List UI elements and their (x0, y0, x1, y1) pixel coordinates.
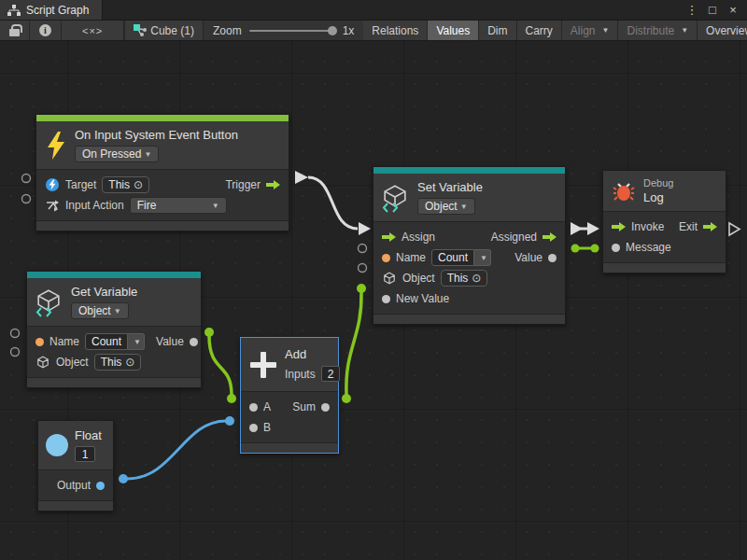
tab-script-graph[interactable]: Script Graph (0, 0, 103, 20)
variable-icon (36, 289, 63, 315)
assign-label: Assign (402, 231, 435, 244)
exit-output-port[interactable] (703, 221, 717, 232)
variable-node-strip (27, 272, 201, 278)
zoom-slider-knob[interactable] (328, 26, 337, 35)
object-label: Object (56, 356, 89, 369)
toolbar-button-overview[interactable]: Overview (698, 21, 747, 40)
node-title: Log (643, 190, 673, 204)
target-icon (45, 178, 60, 191)
window-menu-icon[interactable]: ⋮ (684, 3, 700, 17)
zoom-slider[interactable] (249, 30, 335, 32)
toolbar-button-distribute[interactable]: Distribute ▼ (618, 21, 698, 40)
toolbar-button-values[interactable]: Values (428, 21, 479, 40)
message-label: Message (626, 241, 671, 254)
name-label: Name (49, 335, 79, 348)
lock-icon (9, 29, 20, 36)
info-button[interactable]: i (30, 21, 62, 40)
node-debug-log[interactable]: Debug Log Invoke Exit Message (602, 170, 726, 273)
close-icon[interactable]: × (725, 3, 741, 17)
inputs-count-field[interactable]: 2 (321, 366, 341, 382)
node-float[interactable]: Float 1 Output (37, 420, 114, 511)
assign-input-port[interactable] (382, 231, 396, 243)
get-variable-kind-dropdown[interactable]: Object ▼ (71, 302, 129, 319)
chevron-down-icon: ▼ (114, 307, 121, 315)
chevron-down-icon: ▼ (480, 254, 487, 262)
input-b-port[interactable] (249, 424, 258, 432)
name-input-port[interactable] (35, 338, 44, 346)
name-input-port[interactable] (382, 254, 390, 262)
node-category: Debug (643, 177, 673, 189)
graph-toolbar: i <×> Cube (1) Zoom 1x Relations Values … (0, 21, 747, 41)
value-output-port[interactable] (548, 254, 557, 262)
new-value-label: New Value (396, 292, 449, 305)
input-action-icon (45, 200, 60, 212)
value-label: Value (156, 335, 184, 348)
exit-label: Exit (679, 220, 698, 233)
name-label: Name (396, 251, 426, 264)
graph-icon (7, 5, 21, 16)
variable-name-dropdown[interactable]: Count ▼ (85, 333, 145, 350)
zoom-control: Zoom 1x (204, 21, 363, 40)
set-variable-kind-dropdown[interactable]: Object ▼ (417, 198, 475, 215)
node-set-variable[interactable]: Set Variable Object ▼ Assign Assigned (373, 166, 566, 325)
message-input-port[interactable] (612, 244, 620, 252)
object-picker-icon: ⊙ (125, 356, 134, 369)
inputs-label: Inputs (285, 368, 316, 381)
tab-title: Script Graph (26, 4, 89, 17)
toolbar-button-align[interactable]: Align ▼ (562, 21, 619, 40)
input-a-port[interactable] (249, 403, 258, 412)
invoke-input-port[interactable] (612, 221, 626, 232)
graph-canvas[interactable]: On Input System Event Button On Pressed … (0, 41, 747, 560)
input-action-dropdown[interactable]: Fire ▼ (130, 197, 227, 214)
window-tab-bar: Script Graph ⋮ □ × (0, 0, 747, 21)
variable-icon (383, 185, 409, 211)
assigned-output-port[interactable] (543, 231, 557, 243)
lock-button[interactable] (0, 21, 30, 40)
target-object-field[interactable]: This ⊙ (102, 176, 149, 193)
new-value-input-port[interactable] (382, 295, 390, 303)
trigger-label: Trigger (225, 178, 261, 191)
chevron-down-icon: ▼ (144, 150, 151, 159)
node-title: On Input System Event Button (75, 128, 238, 142)
cube-icon (382, 272, 397, 285)
object-field[interactable]: This ⊙ (94, 354, 142, 371)
toolbar-button-carry[interactable]: Carry (517, 21, 562, 40)
node-on-input-system-event-button[interactable]: On Input System Event Button On Pressed … (35, 114, 289, 231)
code-preview-button[interactable]: <×> (62, 21, 124, 40)
chevron-down-icon: ▼ (134, 338, 141, 346)
object-field[interactable]: This ⊙ (441, 270, 488, 287)
value-output-port[interactable] (190, 338, 198, 346)
zoom-label: Zoom (213, 24, 242, 37)
zoom-level: 1x (343, 24, 355, 37)
node-add[interactable]: Add Inputs 2 A Sum B (240, 337, 339, 454)
maximize-icon[interactable]: □ (704, 3, 721, 17)
node-footer (36, 220, 289, 231)
node-title: Add (285, 347, 340, 361)
float-value-field[interactable]: 1 (75, 446, 95, 462)
chevron-down-icon: ▼ (681, 26, 688, 35)
node-footer (374, 314, 565, 324)
input-a-label: A (263, 400, 271, 413)
output-label: Output (57, 479, 91, 492)
graph-target-label: Cube (1) (150, 24, 194, 37)
float-output-port[interactable] (96, 482, 105, 490)
info-icon: i (39, 24, 51, 36)
trigger-output-port[interactable] (266, 179, 280, 190)
graph-target-button[interactable]: Cube (1) (125, 21, 204, 40)
cube-icon (35, 356, 50, 369)
lightning-bolt-icon (46, 132, 66, 160)
node-get-variable[interactable]: Get Variable Object ▼ Name Count ▼ Value (26, 271, 202, 388)
input-action-label: Input Action (65, 199, 124, 212)
toolbar-button-dim[interactable]: Dim (479, 21, 516, 40)
assigned-label: Assigned (491, 231, 537, 244)
code-icon: <×> (82, 25, 103, 36)
node-footer (38, 500, 113, 511)
node-footer (241, 442, 338, 453)
toolbar-button-relations[interactable]: Relations (363, 21, 428, 40)
variable-name-dropdown[interactable]: Count ▼ (431, 249, 491, 266)
sum-output-port[interactable] (321, 403, 330, 412)
node-title: Set Variable (417, 180, 483, 194)
event-mode-dropdown[interactable]: On Pressed ▼ (75, 146, 159, 162)
event-node-strip (36, 115, 289, 121)
node-footer (603, 262, 726, 273)
